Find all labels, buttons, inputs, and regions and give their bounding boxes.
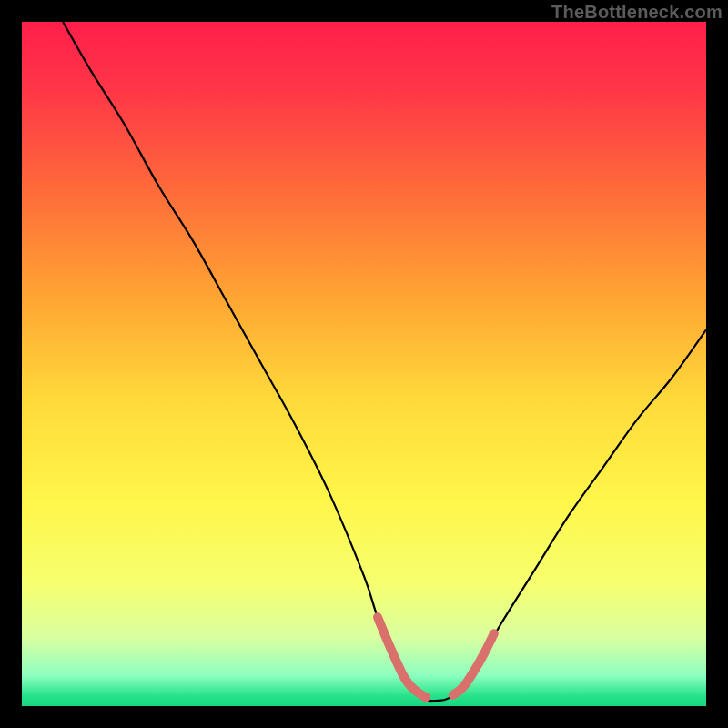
chart-frame: TheBottleneck.com: [0, 0, 728, 728]
plot-area: [22, 22, 706, 706]
watermark-text: TheBottleneck.com: [551, 2, 723, 23]
chart-svg: [22, 22, 706, 706]
